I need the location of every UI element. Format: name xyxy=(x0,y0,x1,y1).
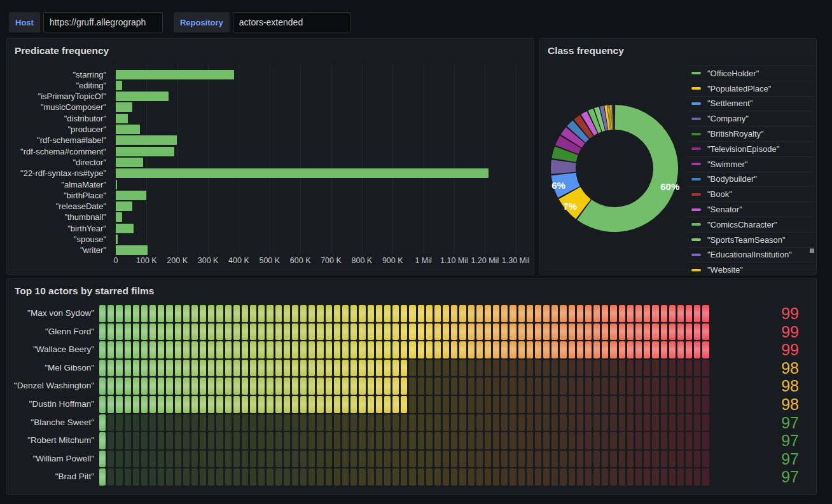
legend-item[interactable]: "TelevisionEpisode" xyxy=(686,141,814,156)
gauge-cell xyxy=(409,451,415,468)
legend-swatch xyxy=(691,178,701,180)
gauge-cell xyxy=(267,468,273,486)
gauge-cell xyxy=(149,341,156,358)
gauge-row[interactable]: "William Powell"97 xyxy=(7,451,816,468)
gauge-cell xyxy=(401,451,407,468)
predicate-bar[interactable] xyxy=(116,201,132,211)
panel-title-predicate[interactable]: Predicate frequency xyxy=(7,39,534,57)
gauge-cell xyxy=(510,360,516,377)
gauge-cell xyxy=(459,414,466,432)
gauge-cell xyxy=(334,305,340,322)
gauge-cell xyxy=(175,468,181,486)
predicate-bar[interactable] xyxy=(116,245,148,255)
gauge-value: 98 xyxy=(709,378,816,395)
predicate-bar[interactable] xyxy=(116,81,122,90)
predicate-bar[interactable] xyxy=(116,224,134,233)
gauge-row[interactable]: "Mel Gibson"98 xyxy=(7,360,816,377)
gauge-cell xyxy=(543,305,550,322)
gauge-row[interactable]: "Wallace Beery"99 xyxy=(7,341,816,358)
gauge-cell xyxy=(426,451,433,468)
predicate-bar[interactable] xyxy=(116,168,489,178)
gauge-cell xyxy=(242,341,248,358)
predicate-bar[interactable] xyxy=(116,235,118,244)
legend-item[interactable]: "Bodybuilder" xyxy=(686,172,814,187)
gauge-cell xyxy=(686,432,692,449)
gauge-cell xyxy=(409,378,415,395)
legend-item[interactable]: "OfficeHolder" xyxy=(686,65,814,81)
gauge-cell xyxy=(250,451,256,468)
gauge-row[interactable]: "Denzel Washington"98 xyxy=(7,378,816,395)
gauge-row[interactable]: "Glenn Ford"99 xyxy=(7,324,816,341)
top-actors-panel: Top 10 actors by starred films "Max von … xyxy=(6,278,817,495)
gauge-cell xyxy=(368,414,374,432)
gauge-cell xyxy=(317,341,323,358)
legend-item[interactable]: "Settlement" xyxy=(686,96,814,111)
predicate-bar[interactable] xyxy=(116,158,143,167)
gauge-cell xyxy=(183,378,190,395)
gauge-cell xyxy=(326,360,332,377)
donut-slice[interactable] xyxy=(551,160,576,174)
gauge-cell xyxy=(250,341,256,358)
gauge-cell xyxy=(602,360,608,377)
gauge-cell xyxy=(158,432,164,449)
legend-item[interactable]: "Senator" xyxy=(686,201,814,217)
gauge-cell xyxy=(166,341,172,358)
gauge-cell xyxy=(392,468,399,486)
predicate-bar[interactable] xyxy=(116,102,132,112)
gauge-cell xyxy=(275,341,282,358)
gauge-cell xyxy=(619,305,625,322)
gauge-cell xyxy=(292,396,298,413)
gauge-cell xyxy=(384,414,391,432)
gauge-cell xyxy=(551,360,558,377)
grid-line xyxy=(516,64,517,254)
legend-scroll-indicator[interactable] xyxy=(810,249,814,253)
legend-item[interactable]: "Book" xyxy=(686,186,814,201)
predicate-frequency-panel: Predicate frequency 0100 K200 K300 K400 … xyxy=(6,38,534,275)
predicate-bar[interactable] xyxy=(116,125,140,134)
gauge-cell xyxy=(359,432,365,449)
gauge-cell xyxy=(426,341,433,358)
predicate-bar[interactable] xyxy=(116,92,169,101)
gauge-row[interactable]: "Dustin Hoffman"98 xyxy=(7,396,816,413)
gauge-cell xyxy=(216,432,223,449)
legend-item[interactable]: "Swimmer" xyxy=(686,156,814,172)
predicate-bar[interactable] xyxy=(116,180,117,189)
gauge-cells xyxy=(99,432,709,449)
predicate-bar[interactable] xyxy=(116,70,234,79)
gauge-cell xyxy=(326,341,332,358)
legend-item[interactable]: "Website" xyxy=(686,262,814,274)
gauge-cell xyxy=(116,432,122,449)
gauge-cell xyxy=(593,341,600,358)
gauge-cell xyxy=(434,414,441,432)
gauge-cell xyxy=(451,378,457,395)
predicate-bar[interactable] xyxy=(116,135,177,145)
panel-title-actors[interactable]: Top 10 actors by starred films xyxy=(7,279,816,297)
gauge-cell xyxy=(175,414,181,432)
gauge-cell xyxy=(510,451,516,468)
gauge-cell xyxy=(200,305,206,322)
gauge-cell xyxy=(585,414,592,432)
gauge-row[interactable]: "Max von Sydow"99 xyxy=(7,305,816,322)
legend-item[interactable]: "PopulatedPlace" xyxy=(686,81,814,96)
host-input[interactable] xyxy=(43,12,163,32)
gauge-row[interactable]: "Brad Pitt"97 xyxy=(7,468,816,486)
gauge-row[interactable]: "Robert Mitchum"97 xyxy=(7,432,816,449)
predicate-bar[interactable] xyxy=(116,212,122,222)
repository-input[interactable] xyxy=(233,12,350,32)
gauge-cell xyxy=(158,468,164,486)
predicate-bar[interactable] xyxy=(116,191,146,200)
legend-item[interactable]: "EducationalInstitution" xyxy=(686,247,814,262)
panel-title-class[interactable]: Class frequency xyxy=(540,39,816,57)
predicate-bar[interactable] xyxy=(116,114,128,123)
gauge-cell xyxy=(493,468,499,486)
gauge-cell xyxy=(585,396,592,413)
legend-item[interactable]: "Company" xyxy=(686,111,814,126)
gauge-cell xyxy=(141,451,148,468)
legend-item[interactable]: "BritishRoyalty" xyxy=(686,126,814,141)
gauge-cell xyxy=(401,378,407,395)
gauge-row[interactable]: "Blanche Sweet"97 xyxy=(7,414,816,432)
y-axis-category-label: "birthYear" xyxy=(7,223,106,234)
legend-item[interactable]: "ComicsCharacter" xyxy=(686,217,814,232)
predicate-bar[interactable] xyxy=(116,147,174,156)
legend-item[interactable]: "SportsTeamSeason" xyxy=(686,232,814,247)
